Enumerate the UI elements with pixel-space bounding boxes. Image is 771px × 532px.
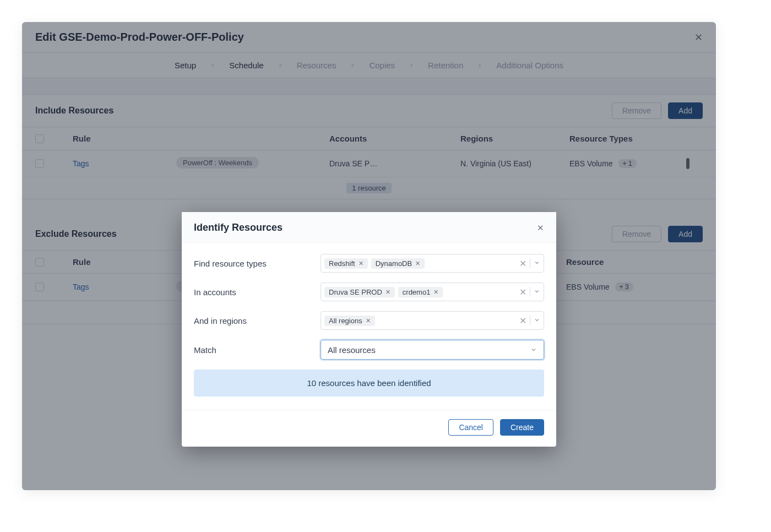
account-tag: Druva SE PROD✕ xyxy=(324,287,395,297)
region-tag: All regions✕ xyxy=(324,316,375,326)
match-value: All resources xyxy=(328,345,376,355)
regions-select[interactable]: All regions✕ ✕ xyxy=(321,311,544,330)
clear-all-icon[interactable]: ✕ xyxy=(519,316,526,326)
create-button[interactable]: Create xyxy=(500,419,544,436)
chevron-down-icon[interactable] xyxy=(534,287,540,297)
chevron-down-icon[interactable] xyxy=(534,316,540,325)
label-regions: And in regions xyxy=(194,316,321,325)
label-match: Match xyxy=(194,345,321,355)
modal-title: Identify Resources xyxy=(194,222,283,234)
identified-resources-banner: 10 resources have been identified xyxy=(194,370,544,397)
clear-all-icon[interactable]: ✕ xyxy=(519,287,526,297)
remove-tag-icon[interactable]: ✕ xyxy=(386,289,390,296)
close-icon: ✕ xyxy=(537,223,544,232)
chevron-down-icon[interactable] xyxy=(534,258,540,268)
clear-all-icon[interactable]: ✕ xyxy=(519,258,526,269)
resource-type-tag: DynamoDB✕ xyxy=(371,258,425,269)
resource-type-tag: Redshift✕ xyxy=(324,258,368,269)
cancel-button[interactable]: Cancel xyxy=(448,419,493,436)
account-tag: crdemo1✕ xyxy=(398,287,443,297)
match-select[interactable]: All resources xyxy=(321,340,544,360)
chevron-down-icon xyxy=(530,345,537,355)
accounts-select[interactable]: Druva SE PROD✕ crdemo1✕ ✕ xyxy=(321,283,544,301)
resource-types-select[interactable]: Redshift✕ DynamoDB✕ ✕ xyxy=(321,254,544,273)
remove-tag-icon[interactable]: ✕ xyxy=(366,317,371,324)
remove-tag-icon[interactable]: ✕ xyxy=(415,260,420,267)
identify-resources-modal: Identify Resources ✕ Find resource types… xyxy=(182,212,556,447)
modal-overlay: Identify Resources ✕ Find resource types… xyxy=(22,22,716,490)
remove-tag-icon[interactable]: ✕ xyxy=(433,289,438,296)
label-accounts: In accounts xyxy=(194,287,321,297)
modal-close-button[interactable]: ✕ xyxy=(537,223,544,233)
label-resource-types: Find resource types xyxy=(194,259,321,268)
remove-tag-icon[interactable]: ✕ xyxy=(359,260,363,267)
